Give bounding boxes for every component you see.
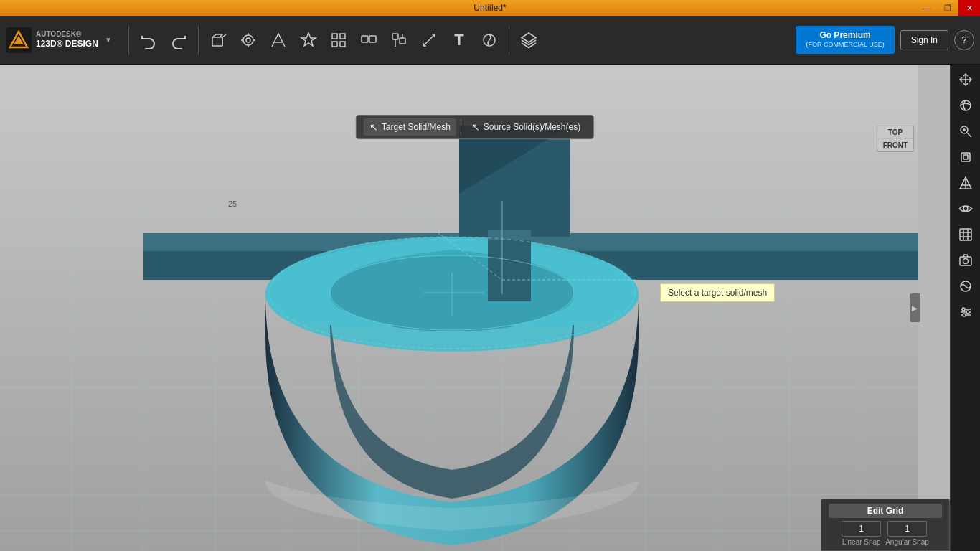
svg-rect-2 xyxy=(212,37,222,46)
viewport-tooltip: Select a target solid/mesh xyxy=(660,283,775,302)
svg-rect-18 xyxy=(392,34,398,39)
view-cube-front-button[interactable]: FRONT xyxy=(877,138,914,152)
close-button[interactable]: ✕ xyxy=(958,0,980,16)
viewport-zoom-button[interactable] xyxy=(953,119,978,143)
main-area: 25 ↖ Target Solid/Mesh ↖ Source Solid(s)… xyxy=(0,65,980,551)
title-bar: Untitled* — ❐ ✕ xyxy=(0,0,980,16)
product-label: 123D® DESIGN xyxy=(36,39,98,49)
angular-snap-field: Angular Snap xyxy=(885,521,929,546)
material-button[interactable] xyxy=(953,274,978,298)
subtract-toolbar: ↖ Target Solid/Mesh ↖ Source Solid(s)/Me… xyxy=(356,115,594,139)
sketch-button[interactable] xyxy=(235,27,262,54)
view-cube-top-button[interactable]: TOP xyxy=(877,126,914,138)
svg-point-80 xyxy=(963,207,968,211)
measure-button[interactable] xyxy=(415,27,443,54)
svg-rect-13 xyxy=(332,42,337,47)
text-button[interactable]: T xyxy=(446,27,473,54)
expand-panel-arrow[interactable]: ▶ xyxy=(910,293,920,322)
svg-rect-16 xyxy=(369,36,376,42)
svg-point-4 xyxy=(243,35,253,45)
redo-button[interactable] xyxy=(165,27,192,54)
source-label: Source Solid(s)/Mesh(es) xyxy=(484,122,580,132)
target-label: Target Solid/Mesh xyxy=(382,122,451,132)
tooltip-text: Select a target solid/mesh xyxy=(668,288,767,298)
screenshot-button[interactable] xyxy=(953,248,978,273)
premium-sub-label: (FOR COMMERCIAL USE) xyxy=(806,41,884,50)
logo-text: AUTODESK® 123D® DESIGN xyxy=(36,30,98,49)
viewport-fit-button[interactable] xyxy=(953,145,978,169)
divider-2 xyxy=(198,26,199,55)
window-controls: — ❐ ✕ xyxy=(915,0,980,16)
linear-snap-field: Linear Snap xyxy=(842,521,881,546)
svg-rect-76 xyxy=(963,155,968,159)
window-title: Untitled* xyxy=(473,3,506,13)
minimize-button[interactable]: — xyxy=(915,0,937,16)
svg-rect-19 xyxy=(400,38,405,44)
svg-rect-15 xyxy=(362,36,368,42)
premium-label: Go Premium xyxy=(806,30,884,42)
source-cursor-icon: ↖ xyxy=(471,121,480,133)
angular-snap-label: Angular Snap xyxy=(885,538,929,546)
toolbar-popup-divider xyxy=(461,119,461,135)
svg-rect-12 xyxy=(340,34,345,39)
svg-rect-60 xyxy=(488,230,531,240)
svg-rect-75 xyxy=(961,153,970,161)
sign-in-button[interactable]: Sign In xyxy=(900,30,948,50)
maximize-button[interactable]: ❐ xyxy=(937,0,958,16)
layers-button[interactable] xyxy=(515,27,542,54)
svg-point-92 xyxy=(962,308,965,311)
target-cursor-icon: ↖ xyxy=(369,121,378,133)
linear-snap-label: Linear Snap xyxy=(842,538,881,546)
source-solid-button[interactable]: ↖ Source Solid(s)/Mesh(es) xyxy=(466,118,586,136)
svg-point-5 xyxy=(246,38,250,42)
svg-rect-14 xyxy=(340,42,345,47)
angular-snap-input[interactable] xyxy=(887,521,927,537)
svg-line-72 xyxy=(967,133,971,137)
edit-grid-panel: Edit Grid Linear Snap Angular Snap xyxy=(821,499,950,551)
svg-point-94 xyxy=(963,314,966,316)
primitive-box-button[interactable] xyxy=(204,27,232,54)
snap-row: Linear Snap Angular Snap xyxy=(842,521,929,546)
3d-viewport[interactable]: 25 ↖ Target Solid/Mesh ↖ Source Solid(s)… xyxy=(0,65,950,551)
svg-point-87 xyxy=(963,259,968,264)
svg-marker-27 xyxy=(522,33,536,42)
svg-point-93 xyxy=(966,311,969,314)
align-button[interactable] xyxy=(385,27,413,54)
target-solid-button[interactable]: ↖ Target Solid/Mesh xyxy=(364,118,456,136)
ruler-number: 25 xyxy=(228,199,237,208)
logo-area: AUTODESK® 123D® DESIGN ▼ xyxy=(6,27,114,53)
undo-button[interactable] xyxy=(135,27,162,54)
viewport-pan-button[interactable] xyxy=(953,67,978,92)
view-cube: TOP FRONT xyxy=(877,126,914,152)
svg-rect-11 xyxy=(332,34,337,39)
viewport-orbit-button[interactable] xyxy=(953,93,978,118)
viewport-grid-button[interactable] xyxy=(953,222,978,247)
snap-button[interactable] xyxy=(476,27,503,54)
right-panel xyxy=(950,65,980,551)
construct-button[interactable] xyxy=(265,27,292,54)
linear-snap-input[interactable] xyxy=(842,521,881,537)
autodesk-label: AUTODESK® xyxy=(36,30,98,39)
svg-rect-85 xyxy=(960,229,971,240)
go-premium-button[interactable]: Go Premium (FOR COMMERCIAL USE) xyxy=(796,26,894,54)
viewport-visibility-button[interactable] xyxy=(953,197,978,221)
edit-grid-label[interactable]: Edit Grid xyxy=(829,504,942,518)
premium-area: Go Premium (FOR COMMERCIAL USE) Sign In … xyxy=(796,26,974,54)
divider-1 xyxy=(128,26,129,55)
help-button[interactable]: ? xyxy=(954,30,974,50)
main-toolbar: AUTODESK® 123D® DESIGN ▼ xyxy=(0,16,980,65)
viewport-perspective-button[interactable] xyxy=(953,171,978,195)
tools-settings-button[interactable] xyxy=(953,300,978,324)
group-button[interactable] xyxy=(355,27,382,54)
logo-dropdown-button[interactable]: ▼ xyxy=(103,34,114,46)
divider-3 xyxy=(509,26,509,55)
modify-button[interactable] xyxy=(295,27,322,54)
autodesk-logo-icon xyxy=(6,27,32,53)
svg-point-70 xyxy=(961,100,971,110)
pattern-button[interactable] xyxy=(325,27,352,54)
